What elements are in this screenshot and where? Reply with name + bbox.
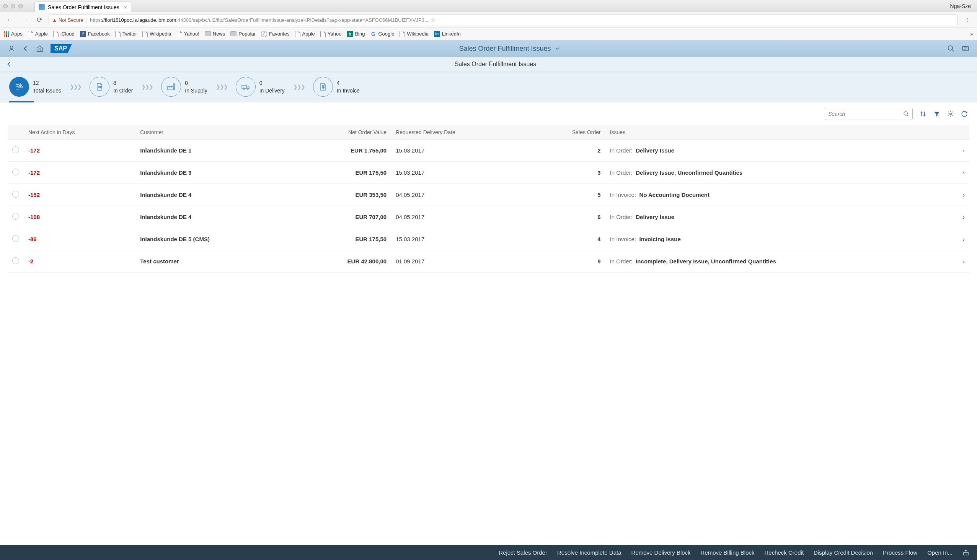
page-back-icon[interactable] (6, 61, 12, 67)
table-row[interactable]: -172 Inlandskunde DE 1 EUR 1.755,00 15.0… (8, 140, 969, 162)
bookmark-news[interactable]: News (205, 31, 226, 37)
requested-date: 15.03.2017 (391, 228, 529, 250)
browser-profile-name[interactable]: Nga-Sze (950, 3, 971, 9)
col-req-date[interactable]: Requested Delivery Date (391, 125, 529, 140)
bookmark-facebook[interactable]: fFacebook (80, 31, 110, 37)
chevron-right-icon[interactable]: › (958, 184, 969, 206)
col-net-value[interactable]: Net Order Value (294, 125, 391, 140)
bookmark-twitter[interactable]: Twitter (115, 31, 137, 37)
page-icon (177, 31, 182, 37)
kpi-in-order[interactable]: =$ 8In Order (90, 77, 133, 97)
active-tab-underline (9, 101, 33, 102)
browser-tab[interactable]: Sales Order Fulfillment Issues × (34, 2, 131, 12)
bookmark-linkedin[interactable]: inLinkedIn (434, 31, 461, 37)
kpi-in-supply[interactable]: 0In Supply (161, 77, 207, 97)
sales-order-link[interactable]: 9 (529, 250, 605, 273)
col-customer[interactable]: Customer (136, 125, 293, 140)
chevron-right-icon[interactable]: › (958, 162, 969, 184)
bookmark-yahoo-2[interactable]: Yahoo (320, 31, 342, 37)
issue-stage: In Invoice: (610, 236, 636, 242)
nav-back-icon[interactable] (22, 45, 29, 52)
issue-stage: In Invoice: (610, 192, 636, 198)
bookmark-apple[interactable]: Apple (28, 31, 48, 37)
customer-name: Inlandskunde DE 3 (140, 169, 191, 176)
bookmark-wikipedia-2[interactable]: Wikipedia (400, 31, 428, 37)
row-radio[interactable] (12, 213, 19, 220)
maximize-window[interactable] (18, 4, 23, 8)
kpi-in-delivery[interactable]: 0In Delivery (236, 77, 285, 97)
settings-icon[interactable] (947, 110, 954, 117)
col-issues[interactable]: Issues (606, 125, 958, 140)
sales-order-link[interactable]: 2 (529, 140, 605, 162)
sort-icon[interactable] (920, 110, 927, 117)
net-order-value: EUR 707,00 (294, 206, 391, 228)
row-radio[interactable] (12, 235, 19, 242)
apps-button[interactable]: Apps (4, 31, 23, 37)
chevron-right-icon[interactable]: › (958, 206, 969, 228)
chevron-right-icon[interactable]: › (958, 228, 969, 250)
filter-icon[interactable] (934, 110, 940, 117)
col-next-action[interactable]: Next Action in Days (24, 125, 136, 140)
back-button[interactable]: ← (4, 15, 15, 25)
apps-grid-icon (4, 31, 9, 37)
home-icon[interactable] (36, 45, 43, 52)
bookmark-wikipedia[interactable]: Wikipedia (142, 31, 171, 37)
bookmark-google[interactable]: GGoogle (370, 31, 394, 37)
sales-order-table: Next Action in Days Customer Net Order V… (8, 125, 969, 273)
sub-header: Sales Order Fulfillment Issues (0, 57, 977, 72)
bookmark-icloud[interactable]: iCloud (53, 31, 75, 37)
chevron-down-icon (554, 45, 560, 52)
table-row[interactable]: -108 Inlandskunde DE 4 EUR 707,00 04.05.… (8, 206, 969, 228)
sales-order-link[interactable]: 5 (529, 184, 605, 206)
table-toolbar (0, 102, 977, 125)
table-search[interactable] (825, 108, 913, 120)
chevron-right-icon[interactable]: › (958, 250, 969, 273)
refresh-icon[interactable] (961, 110, 968, 117)
row-radio[interactable] (12, 168, 19, 175)
browser-menu-icon[interactable]: ⋮ (962, 17, 973, 23)
row-radio[interactable] (12, 257, 19, 264)
table-row[interactable]: -2 Test customer EUR 42.800,00 01.09.201… (8, 250, 969, 273)
issue-description: No Accounting Document (639, 192, 709, 198)
table-row[interactable]: -172 Inlandskunde DE 3 EUR 175,50 15.03.… (8, 162, 969, 184)
table-row[interactable]: -152 Inlandskunde DE 4 EUR 353,50 04.05.… (8, 184, 969, 206)
requested-date: 04.05.2017 (391, 184, 529, 206)
search-icon[interactable] (947, 45, 955, 52)
sales-order-link[interactable]: 3 (529, 162, 605, 184)
requested-date: 15.03.2017 (391, 140, 529, 162)
kpi-total-issues[interactable]: 12Total Issues (9, 77, 61, 97)
col-sales-order[interactable]: Sales Order (529, 125, 605, 140)
forward-button[interactable]: → (19, 15, 31, 25)
row-radio[interactable] (12, 147, 19, 153)
sales-order-link[interactable]: 6 (529, 206, 605, 228)
bookmark-apple-2[interactable]: Apple (295, 31, 315, 37)
search-input[interactable] (828, 111, 903, 117)
copilot-icon[interactable] (962, 45, 969, 52)
next-action-days: -2 (28, 258, 33, 265)
close-window[interactable] (3, 4, 8, 8)
bookmark-favorites[interactable]: Favorites (261, 31, 289, 37)
bookmark-yahoo[interactable]: Yahoo! (177, 31, 199, 37)
shell-title[interactable]: Sales Order Fulfillment Issues (72, 45, 947, 53)
page-title: Sales Order Fulfillment Issues (20, 61, 971, 68)
bookmark-popular[interactable]: Popular (230, 31, 256, 37)
close-tab-icon[interactable]: × (124, 4, 127, 10)
kpi-in-invoice[interactable]: $ 4In Invoice (313, 77, 360, 97)
bookmarks-overflow-icon[interactable]: » (970, 31, 973, 37)
factory-icon (161, 77, 181, 97)
not-secure-badge[interactable]: ▲ Not Secure (52, 17, 87, 23)
row-radio[interactable] (12, 191, 19, 198)
search-icon[interactable] (903, 111, 909, 117)
bookmark-bing[interactable]: bBing (347, 31, 365, 37)
url-bar[interactable]: ▲ Not Secure https://fiori1610poc.ls.lag… (49, 15, 958, 25)
reload-button[interactable]: ⟳ (34, 15, 45, 25)
title-bar: Sales Order Fulfillment Issues × Nga-Sze (0, 0, 977, 12)
user-icon[interactable] (8, 45, 15, 52)
chevron-right-icon[interactable]: › (958, 140, 969, 162)
table-row[interactable]: -86 Inlandskunde DE 5 (CMS) EUR 175,50 1… (8, 228, 969, 250)
sales-order-link[interactable]: 4 (529, 228, 605, 250)
net-order-value: EUR 42.800,00 (294, 250, 391, 273)
bookmark-star-icon[interactable]: ☆ (431, 17, 436, 23)
next-action-days: -172 (28, 147, 40, 154)
minimize-window[interactable] (11, 4, 15, 8)
